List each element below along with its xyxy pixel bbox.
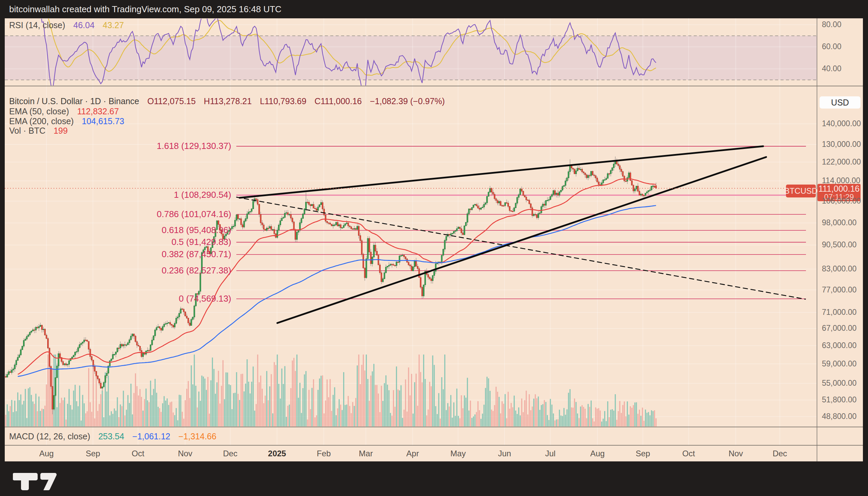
currency-button[interactable]: USD — [820, 96, 861, 109]
tradingview-chart-page: bitcoinwallah created with TradingView.c… — [0, 0, 868, 496]
price-chart-canvas[interactable] — [0, 0, 868, 496]
